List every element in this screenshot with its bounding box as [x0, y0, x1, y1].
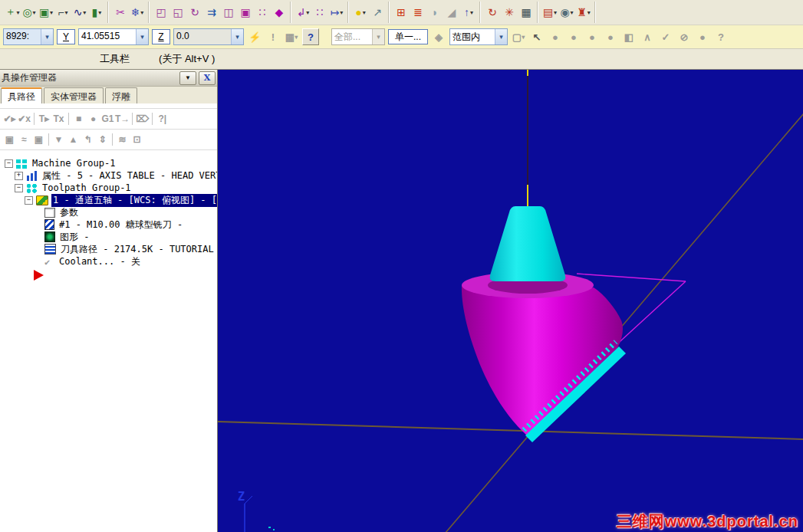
- create-spline-icon[interactable]: ∿▾: [71, 3, 88, 21]
- expand-icon[interactable]: +: [15, 172, 23, 180]
- combo-arrow-icon[interactable]: ▾: [495, 29, 507, 44]
- create-fillet-icon[interactable]: ⌐▾: [54, 3, 71, 21]
- range-combo[interactable]: 范围内▾: [449, 28, 508, 45]
- z-button[interactable]: Z: [152, 29, 170, 44]
- fit-zoom-icon[interactable]: ↗: [369, 3, 386, 21]
- delete-entities-icon[interactable]: ◆: [271, 3, 288, 21]
- xform-rotate-icon[interactable]: ↻: [186, 3, 203, 21]
- collapse-icon[interactable]: −: [15, 184, 23, 192]
- y-button[interactable]: Y: [57, 29, 75, 44]
- dropdown-arrow-icon[interactable]: ▾: [470, 9, 473, 16]
- repaint-icon[interactable]: ≣: [410, 3, 426, 21]
- machine-sim-icon[interactable]: ♜▾: [575, 3, 592, 21]
- panel-close-button[interactable]: X: [199, 71, 216, 85]
- shade-icon[interactable]: ◗: [426, 3, 443, 21]
- tree-item-coolant[interactable]: Coolant... - 关: [0, 255, 217, 268]
- trim-icon: ✂: [116, 6, 125, 18]
- tree-item-parameters[interactable]: 参数: [0, 206, 217, 218]
- dropdown-arrow-icon[interactable]: ▾: [50, 9, 53, 16]
- select-toolpaths-icon[interactable]: T▸: [37, 111, 51, 126]
- dropdown-arrow-icon[interactable]: ▾: [571, 9, 574, 16]
- dropdown-arrow-icon[interactable]: ▾: [16, 9, 19, 16]
- xform-stretch-icon[interactable]: ⇉: [203, 3, 220, 21]
- viewport-canvas[interactable]: [218, 70, 803, 532]
- manager-help-icon[interactable]: ?|: [155, 111, 169, 126]
- orient-view-icon[interactable]: ✳: [501, 3, 518, 21]
- previous-view-icon[interactable]: ↑▾: [460, 3, 477, 21]
- hide-toolpath-icon[interactable]: ≋: [115, 132, 130, 147]
- tree-item-geometry[interactable]: 图形 -: [0, 231, 217, 243]
- dropdown-arrow-icon[interactable]: ▾: [140, 9, 143, 16]
- trim-icon[interactable]: ✂: [112, 3, 129, 21]
- collapse-icon[interactable]: −: [5, 159, 13, 168]
- undo-entity-icon[interactable]: ↲▾: [295, 3, 311, 21]
- x-coordinate-combo[interactable]: 8929:▾: [3, 28, 54, 45]
- dropdown-arrow-icon[interactable]: ▾: [554, 9, 557, 16]
- dropdown-arrow-icon[interactable]: ▾: [340, 9, 343, 16]
- select-all-operations-icon[interactable]: ✔▸: [2, 111, 17, 126]
- create-point-icon[interactable]: ◎▾: [21, 3, 38, 21]
- lock-icon[interactable]: ▣: [2, 132, 17, 147]
- isometric-view-icon[interactable]: ▦: [518, 3, 535, 21]
- lock-posting-icon[interactable]: ▣: [31, 132, 46, 147]
- regen-all-icon[interactable]: ●: [86, 111, 100, 126]
- combo-arrow-icon[interactable]: ▾: [231, 29, 243, 44]
- help-icon[interactable]: ?: [302, 28, 319, 45]
- tab-art[interactable]: 浮雕: [105, 87, 137, 103]
- section-view-icon[interactable]: ◢: [443, 3, 460, 21]
- tree-item-toolpath-file[interactable]: 刀具路径 - 2174.5K - TUTORIAL 1: [0, 243, 217, 255]
- create-rectangle-icon: ▣: [39, 6, 49, 18]
- dropdown-arrow-icon[interactable]: ▾: [65, 9, 68, 16]
- fit-screen-icon[interactable]: ⊞: [393, 3, 410, 21]
- tree-item-machine-group[interactable]: −Machine Group-1: [0, 157, 217, 169]
- tree-item-tool[interactable]: #1 - M10.00 糖球型铣刀 -: [0, 218, 217, 231]
- shading-mode-icon[interactable]: ◉▾: [558, 3, 575, 21]
- deselect-toolpaths-icon[interactable]: Tx: [51, 111, 66, 126]
- tree-item-operation-1[interactable]: −1 - 通道五轴 - [WCS: 俯视图] - [刀: [0, 194, 217, 206]
- geometry-select-icon[interactable]: ⊡: [130, 132, 144, 147]
- xform-mirror-icon[interactable]: ◫: [220, 3, 237, 21]
- combo-arrow-icon[interactable]: ▾: [136, 29, 148, 44]
- z-coordinate-combo[interactable]: 0.0▾: [173, 28, 244, 45]
- tree-item-toolpath-group[interactable]: −Toolpath Group-1: [0, 182, 217, 194]
- dynamic-rotate-icon[interactable]: ↻: [484, 3, 501, 21]
- select-arrow-icon[interactable]: ↖: [529, 29, 545, 44]
- delete-operations-icon[interactable]: ⌦: [135, 111, 150, 126]
- regen-selected-icon[interactable]: ■: [71, 111, 86, 126]
- combo-arrow-icon[interactable]: ▾: [41, 29, 53, 44]
- tab-solids-manager[interactable]: 实体管理器: [44, 87, 104, 103]
- create-rectangle-icon[interactable]: ▣▾: [38, 3, 54, 21]
- xform-pair-icon[interactable]: ∷: [254, 3, 271, 21]
- select-single-button[interactable]: 单一...: [388, 29, 428, 44]
- backplot-icon[interactable]: G1: [100, 111, 115, 126]
- move-down-icon[interactable]: ▼: [51, 132, 66, 147]
- scroll-insert-icon[interactable]: ⇕: [95, 132, 110, 147]
- dropdown-arrow-icon[interactable]: ▾: [83, 9, 86, 16]
- deselect-all-operations-icon[interactable]: ✔x: [17, 111, 31, 126]
- dropdown-arrow-icon[interactable]: ▾: [363, 9, 366, 16]
- post-selected-icon[interactable]: T→: [115, 111, 130, 126]
- y-coordinate-combo[interactable]: 41.05515▾: [78, 28, 149, 45]
- move-insert-icon[interactable]: ↰: [81, 132, 95, 147]
- dropdown-arrow-icon[interactable]: ▾: [33, 9, 36, 16]
- xform-offset-icon[interactable]: ▣: [237, 3, 254, 21]
- sketch-create-icon[interactable]: ＋▾: [4, 3, 21, 21]
- tab-toolpaths[interactable]: 具路径: [1, 87, 42, 103]
- light-bulb-icon[interactable]: ●▾: [352, 3, 369, 21]
- dropdown-arrow-icon[interactable]: ▾: [587, 9, 591, 16]
- create-cylinder-icon[interactable]: ▮▾: [88, 3, 105, 21]
- dropdown-arrow-icon[interactable]: ▾: [306, 9, 309, 16]
- snap-settings-icon[interactable]: ❄▾: [129, 3, 146, 21]
- move-up-icon[interactable]: ▲: [66, 132, 81, 147]
- toolpath-display-icon[interactable]: ≈: [17, 132, 31, 147]
- insert-arrow-marker[interactable]: [34, 270, 44, 281]
- screen-blank-icon[interactable]: ↦▾: [328, 3, 345, 21]
- collapse-icon[interactable]: −: [25, 196, 33, 205]
- tree-item-properties[interactable]: +属性 - 5 - AXIS TABLE - HEAD VERTICAL: [0, 169, 217, 182]
- panel-menu-button[interactable]: ▼: [179, 71, 196, 85]
- view-orientation-icon[interactable]: ▤▾: [541, 3, 558, 21]
- dropdown-arrow-icon[interactable]: ▾: [98, 9, 101, 16]
- xform-translate3d-icon[interactable]: ◱: [169, 3, 186, 21]
- attributes-grid-icon[interactable]: ∷: [311, 3, 328, 21]
- xform-translate-icon[interactable]: ◰: [153, 3, 169, 21]
